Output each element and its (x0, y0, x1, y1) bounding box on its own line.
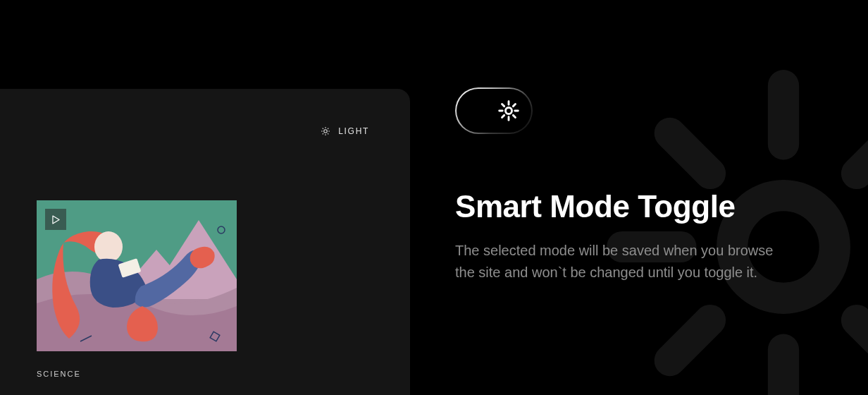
svg-line-34 (513, 104, 515, 107)
sun-icon (320, 126, 331, 137)
app-preview-panel: LIGHT (0, 89, 410, 395)
play-icon (52, 215, 60, 224)
svg-point-9 (324, 130, 328, 133)
feature-showcase: LIGHT (0, 0, 868, 395)
svg-line-16 (328, 128, 328, 129)
svg-point-27 (505, 107, 512, 114)
svg-line-14 (323, 128, 323, 129)
light-mode-label: LIGHT (338, 126, 369, 136)
toggle-knob (489, 91, 528, 130)
category-label: SCIENCE (37, 370, 81, 378)
svg-point-21 (94, 231, 123, 262)
thumbnail-illustration (37, 200, 237, 351)
svg-line-15 (328, 133, 328, 134)
video-thumbnail[interactable] (37, 200, 237, 351)
svg-marker-26 (52, 216, 58, 224)
svg-line-8 (670, 320, 710, 360)
svg-line-17 (323, 133, 323, 134)
feature-title: Smart Mode Toggle (455, 189, 822, 224)
feature-description: Smart Mode Toggle The selected mode will… (455, 87, 822, 284)
sun-icon (497, 99, 521, 123)
svg-line-33 (513, 115, 515, 117)
svg-line-6 (857, 320, 868, 360)
svg-line-7 (857, 133, 868, 174)
mode-toggle[interactable] (455, 87, 533, 134)
svg-line-35 (502, 115, 504, 117)
svg-line-32 (502, 104, 504, 107)
feature-description-text: The selected mode will be saved when you… (455, 240, 786, 284)
play-button[interactable] (45, 209, 66, 230)
light-mode-button[interactable]: LIGHT (320, 126, 369, 137)
